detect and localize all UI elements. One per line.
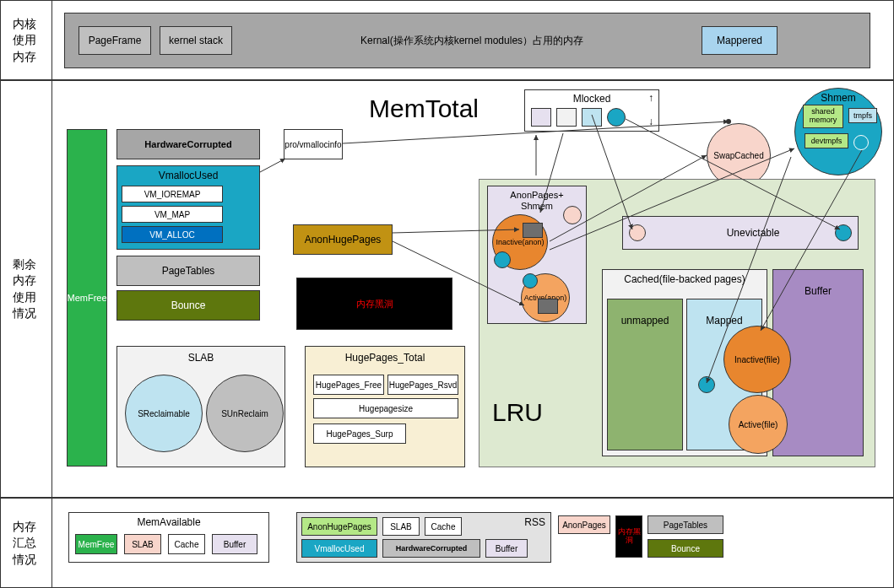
kernelstack: kernel stack [160,26,232,55]
shmem-dot [853,135,869,150]
hwcorrupted: HardwareCorrupted [116,129,260,159]
blackhole: 内存黑洞 [296,278,452,330]
swapcached: SwapCached [707,123,771,187]
pageframe: PageFrame [79,26,151,55]
shmem-circle: Shmem [794,88,882,175]
unev-teal [835,224,852,241]
row-sep [51,499,52,587]
sum-anonpages: AnonPages [558,515,610,534]
shmem-label: Shmem [821,92,855,104]
unmapped: unmapped [607,299,683,450]
hugepagesize: Hugepagesize [313,398,458,418]
memfree-bar: MemFree [67,129,107,467]
mappered: Mappered [702,26,778,55]
active-sq [538,299,558,314]
unev-pink [629,224,646,241]
rss-label: RSS [524,516,545,528]
vm-alloc: VM_ALLOC [122,226,223,243]
cached-label: Cached(file-backed pages) [624,273,745,285]
huge-surp: HugePages_Surp [313,423,406,444]
down-arrow-icon: ↓ [648,116,653,127]
up-arrow-icon: ↑ [648,92,653,104]
huge-free: HugePages_Free [313,375,384,395]
huge-total-label: HugePages_Total [345,352,425,364]
vmalloc-label: VmallocUsed [159,170,219,181]
sum-blackhole: 内存黑洞 [615,515,642,558]
inactive-file: Inactive(file) [723,326,791,393]
sum-pagetables: PageTables [647,515,723,534]
anonpages-shmem-label: AnonPages+ Shmem [510,190,563,212]
mlocked-label: Mlocked [573,93,611,105]
slab-label: SLAB [188,352,214,364]
bounce: Bounce [116,290,260,321]
row2-label: 剩余 内存 使用 情况 [8,256,41,321]
row-sep [51,1,52,79]
mlocked-sq3 [582,108,602,127]
row-sep [51,81,52,497]
huge-rsvd: HugePages_Rsvd [387,375,458,395]
tmpfs: tmpfs [848,108,877,123]
row-main: 剩余 内存 使用 情况 MemTotal MemFree HardwareCor… [0,80,894,498]
row-summary: 内存 汇总 情况 MemAvailable MemFree SLAB Cache… [0,498,894,588]
sum-vmalloc: VmallocUsed [301,539,377,558]
memtotal-title: MemTotal [369,94,479,123]
sum-buffer2: Buffer [485,539,528,558]
vm-ioremap: VM_IOREMAP [122,186,223,202]
unevictable-label: Unevictable [727,227,780,239]
sum-buffer: Buffer [212,534,257,554]
vmallocinfo: pro/vmallocinfo [284,129,343,159]
inactive-sq [523,223,543,238]
unevictable: Unevictable [622,216,859,250]
row-kernel: 内核 使用 内存 Kernal(操作系统内核kernel modules）占用的… [0,0,894,80]
vm-map: VM_MAP [122,206,223,223]
sum-anonhuge: AnonHugePages [301,517,377,536]
memavailable-label: MemAvailable [137,516,200,528]
sum-slab2: SLAB [382,517,420,536]
mlocked-sq1 [531,108,551,127]
mlocked-circle [607,108,626,127]
shared-memory: shared memory [803,105,843,128]
mlocked-sq2 [556,108,577,127]
sunreclaim: SUnReclaim [206,375,284,452]
sum-hw: HardwareCorrupted [382,539,480,558]
devtmpfs: devtmpfs [805,133,848,148]
row1-label: 内核 使用 内存 [8,15,41,65]
anon-pink-dot [563,206,582,224]
sum-cache2: Cache [425,517,462,536]
pagetables: PageTables [116,256,260,286]
sum-slab: SLAB [124,534,161,554]
sreclaimable: SReclaimable [125,375,203,452]
sum-cache: Cache [168,534,205,554]
mapped-dot [698,376,715,393]
active-file: Active(file) [729,395,788,454]
anonhugepages: AnonHugePages [293,224,393,255]
sum-memfree: MemFree [75,534,117,554]
lru-label: LRU [492,398,543,427]
sum-bounce: Bounce [647,539,723,558]
svg-line-0 [260,159,285,172]
active-dot [523,273,538,289]
kernel-caption: Kernal(操作系统内核kernel modules）占用的内存 [360,34,583,48]
inactive-dot [494,251,511,268]
row3-label: 内存 汇总 情况 [8,518,41,568]
